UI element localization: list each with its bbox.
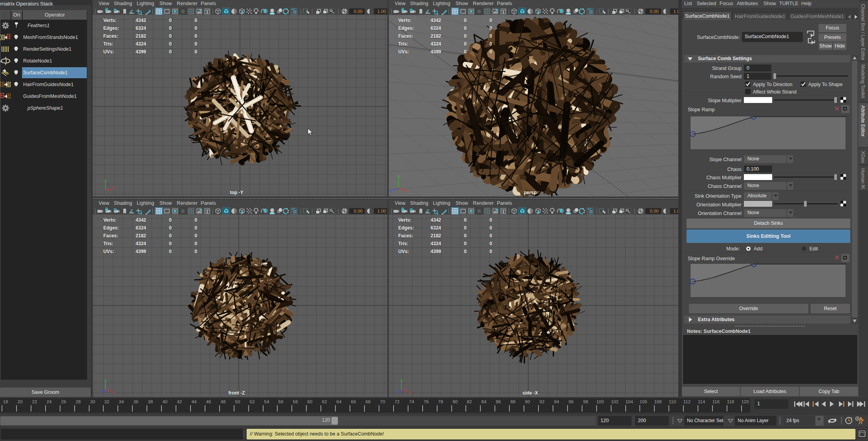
svg-text:y: y (398, 174, 400, 178)
svg-text:x: x (112, 186, 115, 190)
svg-text:y: y (401, 379, 403, 383)
svg-text:y: y (104, 379, 107, 383)
svg-text:{;}: {;} (859, 433, 865, 437)
svg-text:y: y (104, 179, 107, 183)
